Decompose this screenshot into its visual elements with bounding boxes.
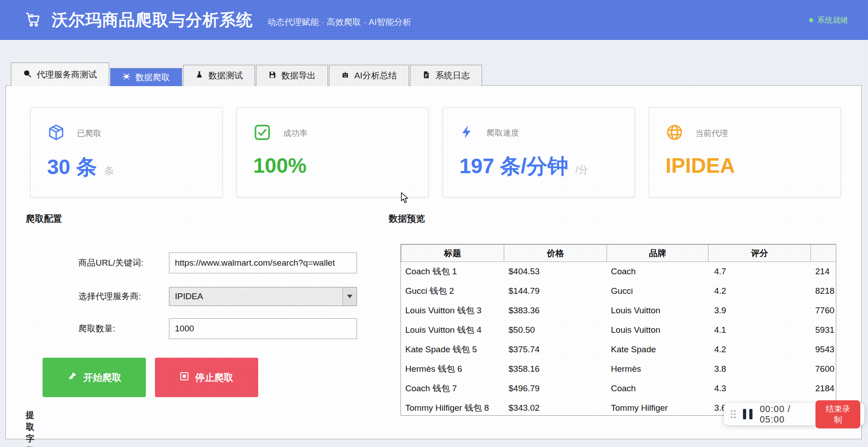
table-cell: Coach	[607, 379, 709, 398]
stat-label: 当前代理	[695, 128, 728, 139]
column-header[interactable]: 品牌	[607, 245, 709, 262]
config-heading: 爬取配置	[26, 213, 62, 225]
table-cell: $144.79	[504, 282, 607, 301]
table-cell: $343.02	[504, 398, 607, 416]
table-cell: Gucci	[607, 282, 709, 301]
table-cell: Louis Vuitton 钱包 4	[401, 321, 504, 340]
table-row[interactable]: Coach 钱包 1$404.53Coach4.7214	[401, 262, 837, 282]
table-cell: Louis Vuitton	[607, 321, 709, 340]
stop-icon	[180, 372, 189, 383]
status-badge: 系统就绪	[809, 0, 848, 40]
end-recording-button[interactable]: 结束录制	[815, 400, 860, 428]
lightning-icon	[459, 123, 475, 142]
flask-icon	[195, 71, 203, 81]
proxy-select-value: IPIDEA	[169, 292, 342, 301]
stat-label: 成功率	[283, 128, 308, 139]
url-input[interactable]	[169, 253, 357, 273]
stat-value: 30 条 条	[47, 153, 206, 181]
stat-card-success-rate: 成功率 100%	[236, 107, 429, 197]
check-square-icon	[253, 123, 271, 143]
column-header[interactable]: 评分	[709, 245, 811, 262]
table-cell: 3.8	[709, 360, 811, 379]
stat-label: 爬取速度	[487, 127, 519, 138]
table-cell: $496.79	[504, 379, 607, 398]
column-header[interactable]	[811, 245, 837, 262]
table-cell: Kate Spade 钱包 5	[401, 340, 504, 360]
stat-card-speed: 爬取速度 197 条/分钟 /分	[443, 107, 635, 197]
robot-icon	[341, 71, 349, 81]
save-icon	[268, 71, 276, 81]
log-icon	[422, 71, 430, 81]
table-cell: Coach 钱包 7	[401, 379, 504, 398]
table-cell: Kate Spade	[607, 340, 709, 360]
table-cell: 7600	[811, 360, 837, 379]
table-cell: Tommy Hilfiger 钱包 8	[401, 398, 504, 416]
table-row[interactable]: Louis Vuitton 钱包 4$50.50Louis Vuitton4.1…	[401, 321, 837, 340]
globe-icon	[665, 123, 684, 143]
table-cell: $404.53	[504, 262, 607, 282]
table-cell: 4.2	[709, 282, 811, 301]
start-crawl-button[interactable]: 开始爬取	[43, 358, 146, 397]
app-window: 沃尔玛商品爬取与分析系统 动态代理赋能 · 高效爬取 · AI智能分析 系统就绪…	[0, 0, 868, 447]
table-row[interactable]: Hermès 钱包 6$358.16Hermès3.87600	[401, 360, 837, 379]
tab-data-test[interactable]: 数据测试	[183, 65, 255, 86]
stat-value: 100%	[253, 153, 412, 178]
table-cell: Louis Vuitton	[607, 301, 709, 321]
table-row[interactable]: Kate Spade 钱包 5$375.74Kate Spade4.29543	[401, 340, 837, 360]
table-cell: 3.9	[709, 301, 811, 321]
recording-time: 00:00 / 05:00	[760, 404, 815, 425]
column-header[interactable]: 价格	[504, 245, 607, 262]
status-dot-icon	[809, 18, 813, 22]
stop-crawl-button[interactable]: 停止爬取	[155, 358, 258, 397]
extract-fields-label: 提取字段:	[26, 409, 37, 447]
table-cell: 8218	[811, 282, 837, 301]
proxy-select[interactable]: IPIDEA	[169, 287, 357, 306]
table-cell: Coach 钱包 1	[401, 262, 504, 282]
page-title: 沃尔玛商品爬取与分析系统	[52, 9, 253, 31]
dropdown-button[interactable]	[342, 287, 357, 306]
count-field-label: 爬取数量:	[78, 323, 169, 335]
package-icon	[47, 123, 65, 143]
table-header-row: 标题价格品牌评分	[401, 245, 837, 262]
table-cell: 4.3	[709, 379, 811, 398]
tab-system-log[interactable]: 系统日志	[410, 65, 482, 86]
table-cell: 5931	[811, 321, 837, 340]
stat-card-scraped: 已爬取 30 条 条	[30, 107, 222, 197]
stat-label: 已爬取	[77, 128, 101, 139]
table-cell: 4.1	[709, 321, 811, 340]
stat-card-current-proxy: 当前代理 IPIDEA	[649, 107, 841, 197]
count-input[interactable]	[169, 318, 357, 339]
table-cell: 7760	[811, 301, 837, 321]
tab-proxy-test[interactable]: 代理服务商测试	[11, 63, 109, 86]
url-field-label: 商品URL/关键词:	[78, 257, 169, 269]
spider-icon	[122, 72, 130, 83]
page-subtitle: 动态代理赋能 · 高效爬取 · AI智能分析	[267, 12, 411, 28]
proxy-field-label: 选择代理服务商:	[78, 291, 169, 302]
table-row[interactable]: Coach 钱包 7$496.79Coach4.32184	[401, 379, 837, 398]
tab-bar: 代理服务商测试 数据爬取 数据测试	[11, 63, 482, 86]
tab-data-export[interactable]: 数据导出	[256, 65, 328, 86]
table-cell: 214	[811, 262, 837, 282]
column-header[interactable]: 标题	[401, 245, 504, 262]
table-row[interactable]: Louis Vuitton 钱包 3$383.36Louis Vuitton3.…	[401, 301, 837, 321]
table-cell: $358.16	[504, 360, 607, 379]
pause-icon[interactable]	[743, 409, 752, 419]
table-cell: 4.2	[709, 340, 811, 360]
magnifier-icon	[23, 69, 32, 80]
table-cell: 2184	[811, 379, 837, 398]
table-cell: Hermès 钱包 6	[401, 360, 504, 379]
table-cell: 9543	[811, 340, 837, 360]
table-cell: $383.36	[504, 301, 607, 321]
stat-cards: 已爬取 30 条 条 成功率	[30, 107, 841, 197]
data-preview-table: 标题价格品牌评分 Coach 钱包 1$404.53Coach4.7214Guc…	[400, 244, 836, 416]
table-row[interactable]: Gucci 钱包 2$144.79Gucci4.28218	[401, 282, 837, 301]
drag-handle-icon[interactable]	[731, 410, 736, 418]
chevron-down-icon	[347, 295, 352, 298]
tab-ai-summary[interactable]: AI分析总结	[329, 65, 409, 86]
app-header: 沃尔玛商品爬取与分析系统 动态代理赋能 · 高效爬取 · AI智能分析 系统就绪	[0, 0, 868, 40]
tab-data-scrape[interactable]: 数据爬取	[110, 68, 182, 86]
table-cell: Gucci 钱包 2	[401, 282, 504, 301]
table-cell: Louis Vuitton 钱包 3	[401, 301, 504, 321]
mouse-cursor	[400, 192, 411, 206]
table-cell: Hermès	[607, 360, 709, 379]
